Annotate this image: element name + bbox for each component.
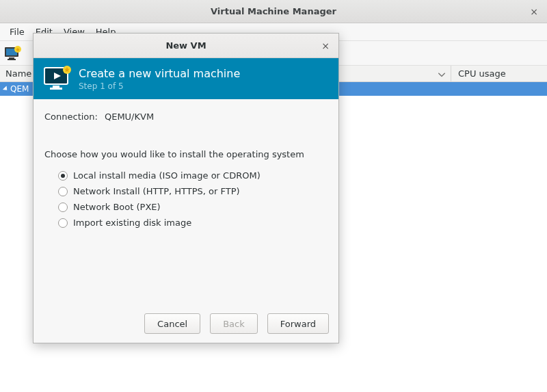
radio-network-install[interactable]: Network Install (HTTP, HTTPS, or FTP) (44, 183, 328, 199)
column-name-label: Name (5, 68, 31, 79)
column-cpu[interactable]: CPU usage (451, 66, 547, 81)
new-vm-icon[interactable] (4, 46, 22, 61)
svg-rect-8 (50, 88, 62, 90)
close-icon[interactable]: × (319, 40, 332, 52)
wizard-header: Create a new virtual machine Step 1 of 5 (34, 58, 338, 99)
new-vm-dialog: New VM × Create a new virtual machine St… (33, 33, 339, 343)
radio-import-disk-label: Import existing disk image (73, 218, 191, 228)
dialog-titlebar: New VM × (34, 34, 338, 58)
connection-label: Connection: (44, 112, 98, 122)
main-window-title: Virtual Machine Manager (211, 6, 336, 16)
cancel-button[interactable]: Cancel (144, 313, 200, 334)
radio-local-media-label: Local install media (ISO image or CDROM) (73, 170, 261, 181)
connection-row: Connection: QEMU/KVM (44, 112, 328, 122)
forward-button[interactable]: Forward (267, 313, 329, 334)
back-button: Back (210, 313, 258, 334)
main-window: Virtual Machine Manager × File Edit View… (0, 0, 547, 392)
chevron-down-icon (438, 68, 445, 79)
svg-rect-7 (53, 86, 59, 88)
radio-import-disk[interactable]: Import existing disk image (44, 215, 328, 231)
radio-icon (58, 187, 68, 196)
dialog-body: Connection: QEMU/KVM Choose how you woul… (34, 99, 338, 304)
close-icon[interactable]: × (528, 5, 540, 18)
svg-rect-2 (9, 57, 14, 59)
main-titlebar: Virtual Machine Manager × (0, 0, 547, 23)
column-cpu-label: CPU usage (458, 68, 506, 79)
radio-icon (58, 202, 68, 212)
radio-network-boot-label: Network Boot (PXE) (73, 202, 161, 212)
dialog-actions: Cancel Back Forward (34, 304, 338, 343)
wizard-step: Step 1 of 5 (79, 81, 240, 91)
wizard-header-text: Create a new virtual machine Step 1 of 5 (79, 67, 240, 91)
connection-row-label: QEM (10, 84, 29, 94)
radio-network-boot[interactable]: Network Boot (PXE) (44, 199, 328, 215)
radio-local-media[interactable]: Local install media (ISO image or CDROM) (44, 168, 328, 183)
expand-icon[interactable] (3, 86, 9, 92)
vm-monitor-icon (43, 66, 72, 92)
radio-network-install-label: Network Install (HTTP, HTTPS, or FTP) (73, 186, 240, 196)
wizard-title: Create a new virtual machine (79, 67, 240, 80)
choose-install-method-label: Choose how you would like to install the… (44, 149, 328, 159)
menu-file[interactable]: File (4, 25, 30, 39)
connection-value: QEMU/KVM (105, 112, 154, 122)
svg-rect-3 (8, 59, 16, 60)
dialog-title: New VM (165, 40, 206, 51)
radio-icon (58, 218, 68, 228)
radio-icon (58, 171, 68, 181)
